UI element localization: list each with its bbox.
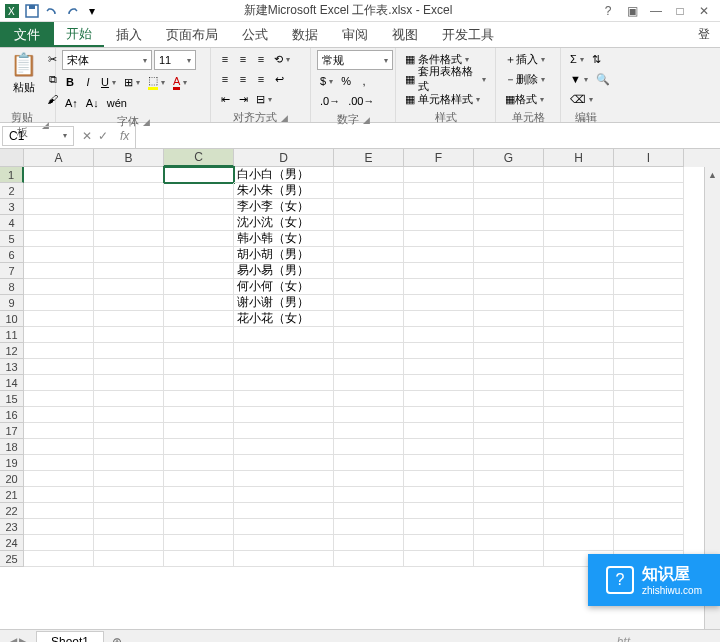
scroll-up-icon[interactable]: ▲ (705, 167, 720, 183)
cell[interactable] (234, 359, 334, 375)
cell[interactable] (164, 247, 234, 263)
cell[interactable] (94, 279, 164, 295)
cell[interactable] (404, 263, 474, 279)
cell[interactable] (234, 327, 334, 343)
cell[interactable] (404, 167, 474, 183)
cell[interactable] (544, 423, 614, 439)
cell[interactable] (614, 295, 684, 311)
cell[interactable] (334, 519, 404, 535)
row-header[interactable]: 6 (0, 247, 24, 263)
cell[interactable] (474, 439, 544, 455)
cell[interactable] (24, 263, 94, 279)
cell[interactable] (94, 455, 164, 471)
cell[interactable] (474, 423, 544, 439)
cell[interactable] (474, 343, 544, 359)
cell[interactable] (24, 167, 94, 183)
cell[interactable] (404, 311, 474, 327)
qat-custom-icon[interactable]: ▾ (84, 3, 100, 19)
select-all-button[interactable] (0, 149, 24, 167)
underline-icon[interactable]: U▾ (98, 73, 119, 91)
cell[interactable] (234, 551, 334, 567)
cell[interactable] (24, 343, 94, 359)
cell[interactable] (94, 343, 164, 359)
cell[interactable] (544, 199, 614, 215)
cell[interactable] (24, 199, 94, 215)
cell[interactable] (474, 199, 544, 215)
cell[interactable] (94, 199, 164, 215)
cell[interactable] (334, 343, 404, 359)
add-sheet-icon[interactable]: ⊕ (104, 632, 130, 643)
cell[interactable] (614, 391, 684, 407)
cell[interactable] (234, 455, 334, 471)
row-header[interactable]: 1 (0, 167, 24, 183)
cell[interactable] (544, 247, 614, 263)
cell[interactable] (544, 343, 614, 359)
cell[interactable] (404, 343, 474, 359)
cell[interactable] (544, 407, 614, 423)
cell[interactable] (164, 215, 234, 231)
cell[interactable] (334, 359, 404, 375)
cell[interactable] (614, 231, 684, 247)
cell[interactable] (164, 423, 234, 439)
cell[interactable] (24, 439, 94, 455)
row-header[interactable]: 14 (0, 375, 24, 391)
row-header[interactable]: 12 (0, 343, 24, 359)
cell[interactable] (94, 551, 164, 567)
cell[interactable] (164, 535, 234, 551)
cell[interactable] (544, 471, 614, 487)
cell[interactable] (404, 327, 474, 343)
cell[interactable] (334, 391, 404, 407)
cell[interactable]: 白小白（男） (234, 167, 334, 183)
ribbon-options-icon[interactable]: ▣ (624, 3, 640, 19)
redo-icon[interactable] (64, 3, 80, 19)
cell[interactable] (614, 183, 684, 199)
cell[interactable] (24, 375, 94, 391)
cell[interactable] (544, 487, 614, 503)
decrease-decimal-icon[interactable]: .00→ (345, 92, 377, 110)
cell[interactable] (544, 535, 614, 551)
row-header[interactable]: 25 (0, 551, 24, 567)
row-header[interactable]: 23 (0, 519, 24, 535)
find-icon[interactable]: 🔍 (593, 70, 613, 88)
cell[interactable] (234, 343, 334, 359)
cell[interactable] (404, 199, 474, 215)
col-header-E[interactable]: E (334, 149, 404, 167)
cell[interactable] (474, 519, 544, 535)
insert-cells-button[interactable]: ＋插入▾ (502, 50, 554, 68)
align-bottom-icon[interactable]: ≡ (253, 50, 269, 68)
cell[interactable]: 胡小胡（男） (234, 247, 334, 263)
cell[interactable] (544, 375, 614, 391)
row-header[interactable]: 4 (0, 215, 24, 231)
cell[interactable] (164, 359, 234, 375)
cell[interactable] (164, 231, 234, 247)
cell[interactable] (94, 263, 164, 279)
align-right-icon[interactable]: ≡ (253, 70, 269, 88)
ribbon-tab-3[interactable]: 公式 (230, 22, 280, 47)
cell[interactable] (334, 487, 404, 503)
cell[interactable] (544, 327, 614, 343)
decrease-font-icon[interactable]: A↓ (83, 94, 102, 112)
delete-cells-button[interactable]: －删除▾ (502, 70, 554, 88)
align-center-icon[interactable]: ≡ (235, 70, 251, 88)
maximize-icon[interactable]: □ (672, 3, 688, 19)
cell[interactable] (474, 327, 544, 343)
cell[interactable] (234, 375, 334, 391)
font-size-select[interactable]: 11▾ (154, 50, 196, 70)
cell[interactable] (614, 455, 684, 471)
help-icon[interactable]: ? (600, 3, 616, 19)
cell[interactable] (404, 247, 474, 263)
cell[interactable] (404, 231, 474, 247)
cell[interactable] (544, 215, 614, 231)
ribbon-tab-7[interactable]: 开发工具 (430, 22, 506, 47)
cell[interactable] (614, 311, 684, 327)
cell[interactable] (614, 439, 684, 455)
cell[interactable] (544, 231, 614, 247)
cell[interactable] (164, 391, 234, 407)
accept-formula-icon[interactable]: ✓ (98, 129, 108, 143)
cell[interactable] (474, 455, 544, 471)
ribbon-tab-1[interactable]: 插入 (104, 22, 154, 47)
col-header-C[interactable]: C (164, 149, 234, 167)
cell[interactable] (614, 535, 684, 551)
clear-icon[interactable]: ⌫▾ (567, 90, 596, 108)
cell[interactable] (24, 327, 94, 343)
